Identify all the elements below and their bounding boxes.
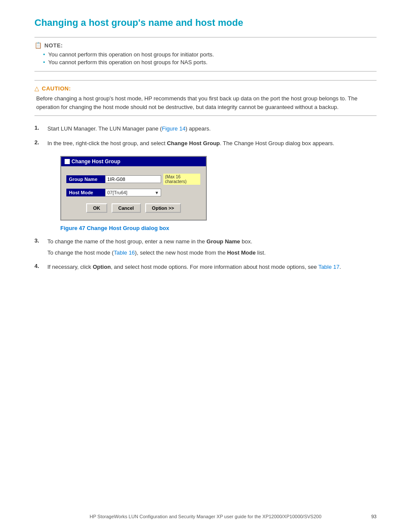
step-1-text-after: ) appears. — [186, 125, 211, 132]
step-4-link[interactable]: Table 17 — [318, 264, 339, 270]
dialog-cancel-button[interactable]: Cancel — [112, 203, 141, 213]
step-2-text-after: . The Change Host Group dialog box appea… — [220, 140, 334, 146]
figure-caption: Figure 47 Change Host Group dialog box — [34, 225, 377, 231]
step-2-num: 2. — [34, 139, 43, 146]
note-box: 📋 NOTE: You cannot perform this operatio… — [34, 37, 377, 72]
step-4-num: 4. — [34, 263, 43, 269]
caution-header: △ CAUTION: — [34, 85, 377, 92]
step-1: 1. Start LUN Manager. The LUN Manager pa… — [34, 124, 377, 133]
step-2-text-before: In the tree, right-click the host group,… — [47, 140, 167, 146]
dialog-group-name-input[interactable] — [105, 175, 161, 183]
step-3-bold: Group Name — [206, 238, 240, 245]
dialog-buttons: OK Cancel Option >> — [66, 203, 201, 213]
page-title: Changing a host group's name and host mo… — [34, 17, 377, 28]
note-list: You cannot perform this operation on hos… — [34, 51, 377, 65]
caution-box: △ CAUTION: Before changing a host group'… — [34, 80, 377, 116]
dialog-title: Change Host Group — [72, 159, 120, 165]
step-2-content: In the tree, right-click the host group,… — [47, 139, 377, 148]
step-3: 3. To change the name of the host group,… — [34, 237, 377, 257]
dialog-option-button[interactable]: Option >> — [145, 203, 181, 213]
step-4-content: If necessary, click Option, and select h… — [47, 263, 377, 271]
dialog-host-mode-select[interactable]: 07[Tru64] ▼ — [105, 189, 161, 196]
caution-text: Before changing a host group's host mode… — [34, 94, 377, 111]
step-3-indent: To change the host mode (Table 16), sele… — [47, 249, 377, 257]
note-label: NOTE: — [44, 42, 63, 49]
step-3-indent-bold2: Host Mode — [227, 249, 255, 256]
dialog-group-name-row: Group Name (Max 16 characters) — [66, 173, 201, 185]
steps-container: 1. Start LUN Manager. The LUN Manager pa… — [34, 124, 377, 271]
step-4-text-before: If necessary, click — [47, 264, 93, 270]
step-3-indent-after: ), select the new host mode from the — [135, 249, 227, 256]
footer-text: HP StorageWorks LUN Configuration and Se… — [90, 514, 321, 519]
step-4-bold: Option — [93, 264, 111, 270]
dialog-container: Change Host Group Group Name (Max 16 cha… — [60, 156, 377, 221]
step-3-indent-link[interactable]: Table 16 — [114, 249, 135, 256]
step-3-text-before: To change the name of the host group, en… — [47, 238, 206, 245]
step-1-text-before: Start LUN Manager. The LUN Manager pane … — [47, 125, 162, 132]
dialog-titlebar: Change Host Group — [61, 157, 206, 166]
step-3-num: 3. — [34, 237, 43, 244]
step-3-content: To change the name of the host group, en… — [47, 237, 377, 257]
dialog-host-mode-label: Host Mode — [66, 189, 105, 196]
dialog-ok-button[interactable]: OK — [86, 203, 107, 213]
dialog-group-name-label: Group Name — [66, 175, 105, 183]
dialog-host-mode-arrow: ▼ — [155, 190, 159, 195]
step-2-bold: Change Host Group — [167, 140, 220, 146]
dialog-body: Group Name (Max 16 characters) Host Mode… — [61, 166, 206, 220]
step-3-indent-after2: list. — [255, 249, 265, 256]
dialog-group-name-hint: (Max 16 characters) — [163, 173, 201, 185]
note-item-1: You cannot perform this operation on hos… — [43, 51, 377, 58]
note-item-2: You cannot perform this operation on hos… — [43, 59, 377, 65]
step-2: 2. In the tree, right-click the host gro… — [34, 139, 377, 148]
note-icon: 📋 — [34, 42, 42, 49]
step-1-link[interactable]: Figure 14 — [162, 125, 186, 132]
dialog-host-mode-row: Host Mode 07[Tru64] ▼ — [66, 189, 201, 196]
page-footer: HP StorageWorks LUN Configuration and Se… — [0, 514, 411, 519]
caution-icon: △ — [34, 85, 39, 92]
step-4-text-end: . — [339, 264, 341, 270]
step-1-content: Start LUN Manager. The LUN Manager pane … — [47, 124, 377, 133]
note-header: 📋 NOTE: — [34, 42, 377, 49]
dialog-host-mode-value: 07[Tru64] — [107, 190, 128, 195]
step-3-text-after: box. — [240, 238, 252, 245]
step-3-indent-before: To change the host mode ( — [47, 249, 114, 256]
step-4-text-after: , and select host mode options. For more… — [111, 264, 318, 270]
step-4: 4. If necessary, click Option, and selec… — [34, 263, 377, 271]
step-1-num: 1. — [34, 124, 43, 131]
dialog-titlebar-icon — [65, 159, 70, 164]
footer-page-num: 93 — [371, 514, 377, 519]
dialog-box: Change Host Group Group Name (Max 16 cha… — [60, 156, 207, 221]
caution-label: CAUTION: — [42, 85, 71, 92]
